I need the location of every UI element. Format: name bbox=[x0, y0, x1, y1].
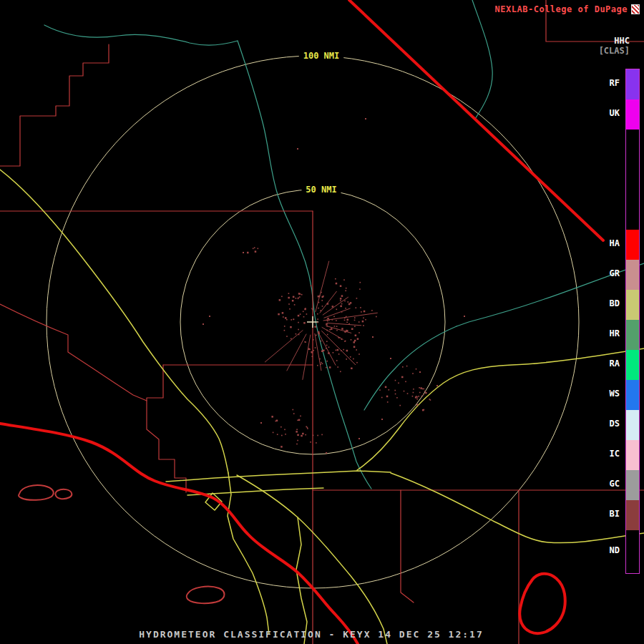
legend-label-GC: GC bbox=[610, 479, 620, 489]
product-class: [CLAS] bbox=[599, 46, 630, 56]
lake-outline bbox=[19, 485, 54, 500]
radar-echoes bbox=[203, 118, 465, 454]
range-ring-label: 50 NMI bbox=[306, 185, 336, 195]
legend-segment-BD bbox=[626, 290, 639, 320]
legend-segment-WS bbox=[626, 380, 639, 410]
legend-segment-DS bbox=[626, 410, 639, 440]
county-line bbox=[0, 44, 109, 166]
legend-segment-RA bbox=[626, 350, 639, 380]
legend-segment-IC bbox=[626, 440, 639, 470]
radar-map: 50 NMI100 NMI bbox=[0, 0, 644, 644]
legend-segment-gap bbox=[626, 130, 639, 230]
river-line bbox=[472, 0, 492, 119]
highway-line bbox=[0, 170, 228, 473]
county-line bbox=[0, 304, 147, 401]
legend-segment-ND bbox=[626, 530, 639, 573]
legend-label-WS: WS bbox=[610, 389, 620, 399]
legend-segment-HR bbox=[626, 320, 639, 350]
legend-label-BD: BD bbox=[610, 298, 620, 308]
legend-segment-GR bbox=[626, 260, 639, 290]
state-boundary-line bbox=[519, 574, 565, 633]
highway-line bbox=[357, 348, 644, 470]
legend-color-bar bbox=[625, 69, 640, 574]
highway-line bbox=[187, 488, 323, 495]
lake-outline bbox=[187, 587, 225, 604]
county-line bbox=[147, 365, 186, 492]
legend-segment-UK bbox=[626, 99, 639, 130]
legend-label-IC: IC bbox=[610, 449, 620, 459]
highway-line bbox=[391, 473, 644, 543]
legend-segment-GC bbox=[626, 470, 639, 500]
legend-label-ND: ND bbox=[610, 545, 620, 555]
header: NEXLAB-College of DuPage bbox=[495, 4, 640, 14]
legend-segment-RF bbox=[626, 69, 639, 99]
source-title: NEXLAB-College of DuPage bbox=[495, 4, 628, 14]
county-line bbox=[401, 490, 414, 602]
legend-label-HA: HA bbox=[610, 238, 620, 248]
legend-label-GR: GR bbox=[610, 268, 620, 278]
product-code: HHC bbox=[614, 36, 630, 46]
radar-display: 50 NMI100 NMI NEXLAB-College of DuPage H… bbox=[0, 0, 644, 644]
cod-logo-icon bbox=[631, 4, 640, 14]
highway-line bbox=[228, 473, 269, 634]
lake-outline bbox=[56, 489, 72, 499]
legend-segment-BI bbox=[626, 500, 639, 530]
legend-label-RF: RF bbox=[610, 78, 620, 88]
highway-line bbox=[237, 475, 387, 644]
legend-label-UK: UK bbox=[610, 108, 620, 118]
river-line bbox=[364, 326, 457, 410]
river-line bbox=[238, 41, 371, 489]
state-boundary-line bbox=[349, 0, 603, 240]
legend-label-DS: DS bbox=[610, 419, 620, 429]
river-line bbox=[44, 25, 238, 45]
legend-segment-HA bbox=[626, 230, 639, 260]
highway-line bbox=[166, 471, 391, 482]
range-ring-label: 100 NMI bbox=[303, 51, 340, 61]
legend-label-HR: HR bbox=[610, 328, 620, 338]
footer-title: HYDROMETEOR CLASSIFICATION - KEYX 14 DEC… bbox=[0, 629, 623, 640]
legend-label-RA: RA bbox=[610, 358, 620, 369]
legend-label-BI: BI bbox=[610, 509, 620, 519]
